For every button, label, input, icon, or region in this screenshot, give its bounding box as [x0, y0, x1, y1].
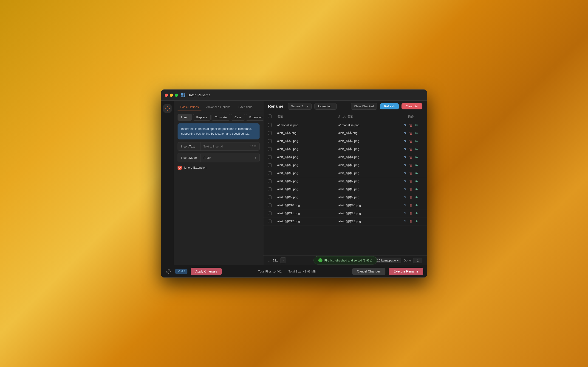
preview-icon-6[interactable]: 👁 — [415, 171, 418, 175]
tab-advanced-options[interactable]: Advanced Options — [203, 103, 233, 111]
pagination-next-button[interactable]: › — [280, 257, 286, 263]
row-filename-2: alert_副本2.png — [277, 139, 338, 143]
insert-text-input[interactable] — [201, 142, 247, 150]
delete-icon-0[interactable]: 🗑 — [409, 123, 413, 127]
preview-icon-12[interactable]: 👁 — [415, 219, 418, 223]
edit-icon-10[interactable]: ✎ — [404, 203, 407, 207]
delete-icon-7[interactable]: 🗑 — [409, 179, 413, 183]
table-row: alert_副本3.png alert_副本3.png ✎ 🗑 👁 — [263, 145, 427, 153]
row-checkbox-4[interactable] — [268, 155, 272, 159]
table-row: a1monalisa.png a1monalisa.png ✎ 🗑 👁 — [263, 121, 427, 129]
edit-icon-2[interactable]: ✎ — [404, 139, 407, 143]
opt-tab-case[interactable]: Case — [231, 114, 245, 121]
close-button[interactable] — [165, 94, 168, 97]
insert-mode-row[interactable]: Insert Mode Prefix ▾ — [178, 153, 259, 162]
preview-icon-11[interactable]: 👁 — [415, 211, 418, 215]
row-checkbox-3[interactable] — [268, 147, 272, 151]
edit-icon-9[interactable]: ✎ — [404, 195, 407, 199]
items-per-page-select[interactable]: 20 items/page ▾ — [375, 258, 401, 263]
delete-icon-9[interactable]: 🗑 — [409, 195, 413, 199]
preview-icon-4[interactable]: 👁 — [415, 155, 418, 159]
row-checkbox-8[interactable] — [268, 187, 272, 191]
preview-icon-8[interactable]: 👁 — [415, 187, 418, 191]
row-checkbox-9[interactable] — [268, 195, 272, 199]
tab-basic-options[interactable]: Basic Options — [178, 103, 201, 111]
delete-icon-11[interactable]: 🗑 — [409, 211, 413, 215]
row-checkbox-6[interactable] — [268, 171, 272, 175]
goto-label: Go to — [404, 259, 411, 262]
row-checkbox-10[interactable] — [268, 203, 272, 207]
edit-icon-4[interactable]: ✎ — [404, 155, 407, 159]
preview-icon-10[interactable]: 👁 — [415, 203, 418, 207]
delete-icon-1[interactable]: 🗑 — [409, 131, 413, 135]
row-newname-12: alert_副本12.png — [338, 219, 399, 223]
edit-icon-3[interactable]: ✎ — [404, 147, 407, 151]
row-ops-9: ✎ 🗑 👁 — [399, 195, 422, 199]
delete-icon-4[interactable]: 🗑 — [409, 155, 413, 159]
sort-select[interactable]: Natural S... ▾ — [288, 103, 312, 110]
toast-notification: ✓ File list refreshed and sorted (1.93s) — [313, 256, 377, 265]
preview-icon-5[interactable]: 👁 — [415, 163, 418, 167]
goto-input[interactable] — [413, 258, 422, 263]
delete-icon-10[interactable]: 🗑 — [409, 203, 413, 207]
edit-icon-8[interactable]: ✎ — [404, 187, 407, 191]
opt-tab-truncate[interactable]: Truncate — [212, 114, 230, 121]
row-checkbox-5[interactable] — [268, 163, 272, 167]
preview-icon-2[interactable]: 👁 — [415, 139, 418, 143]
preview-icon-3[interactable]: 👁 — [415, 147, 418, 151]
row-newname-3: alert_副本3.png — [338, 147, 399, 151]
preview-icon-1[interactable]: 👁 — [415, 131, 418, 135]
cancel-changes-button[interactable]: Cancel Changes — [352, 268, 385, 275]
preview-icon-9[interactable]: 👁 — [415, 195, 418, 199]
header-checkbox[interactable] — [268, 115, 272, 118]
edit-icon-5[interactable]: ✎ — [404, 163, 407, 167]
edit-icon-0[interactable]: ✎ — [404, 123, 407, 127]
opt-tab-extension[interactable]: Extension — [246, 114, 266, 121]
opt-tab-insert[interactable]: Insert — [178, 114, 192, 121]
table-body: a1monalisa.png a1monalisa.png ✎ 🗑 👁 aler… — [263, 121, 427, 225]
refresh-button[interactable]: Refresh — [380, 103, 399, 109]
minimize-button[interactable] — [170, 94, 173, 97]
sort-order-button[interactable]: Ascending ↑ — [314, 103, 337, 110]
delete-icon-2[interactable]: 🗑 — [409, 139, 413, 143]
clear-checked-button[interactable]: Clear Checked — [351, 103, 377, 110]
row-checkbox-2[interactable] — [268, 139, 272, 143]
toast-message: File list refreshed and sorted (1.93s) — [324, 259, 372, 262]
tab-extensions[interactable]: Extensions — [235, 103, 255, 111]
row-ops-4: ✎ 🗑 👁 — [399, 155, 422, 159]
edit-icon-7[interactable]: ✎ — [404, 179, 407, 183]
titlebar: Batch Rename — [161, 90, 427, 101]
svg-rect-2 — [181, 95, 183, 97]
row-ops-11: ✎ 🗑 👁 — [399, 211, 422, 215]
preview-icon-0[interactable]: 👁 — [415, 123, 418, 127]
sidebar-gear-icon[interactable] — [163, 104, 172, 113]
apply-changes-button[interactable]: Apply Changes — [191, 268, 222, 275]
insert-mode-label: Insert Mode — [178, 154, 201, 162]
delete-icon-6[interactable]: 🗑 — [409, 171, 413, 175]
edit-icon-12[interactable]: ✎ — [404, 219, 407, 223]
options-tabs: Insert Replace Truncate Case Extension — [174, 111, 263, 123]
maximize-button[interactable] — [175, 94, 178, 97]
edit-icon-1[interactable]: ✎ — [404, 131, 407, 135]
preview-icon-7[interactable]: 👁 — [415, 179, 418, 183]
delete-icon-8[interactable]: 🗑 — [409, 187, 413, 191]
row-ops-1: ✎ 🗑 👁 — [399, 131, 422, 135]
row-checkbox-12[interactable] — [268, 219, 272, 223]
delete-icon-3[interactable]: 🗑 — [409, 147, 413, 151]
delete-icon-12[interactable]: 🗑 — [409, 219, 413, 223]
version-badge: v1.0.3 — [175, 269, 187, 274]
row-checkbox-11[interactable] — [268, 211, 272, 215]
opt-tab-replace[interactable]: Replace — [193, 114, 211, 121]
ignore-extension-checkbox[interactable] — [178, 166, 182, 170]
row-checkbox-7[interactable] — [268, 179, 272, 183]
execute-rename-button[interactable]: Execute Rename — [389, 268, 423, 275]
clear-list-button[interactable]: Clear List — [401, 103, 422, 109]
delete-icon-5[interactable]: 🗑 — [409, 163, 413, 167]
settings-icon-button[interactable] — [165, 268, 172, 275]
row-newname-4: alert_副本4.png — [338, 155, 399, 159]
row-checkbox-0[interactable] — [268, 123, 272, 127]
edit-icon-6[interactable]: ✎ — [404, 171, 407, 175]
edit-icon-11[interactable]: ✎ — [404, 211, 407, 215]
ignore-extension-row[interactable]: Ignore Extension — [178, 165, 259, 171]
row-checkbox-1[interactable] — [268, 131, 272, 135]
